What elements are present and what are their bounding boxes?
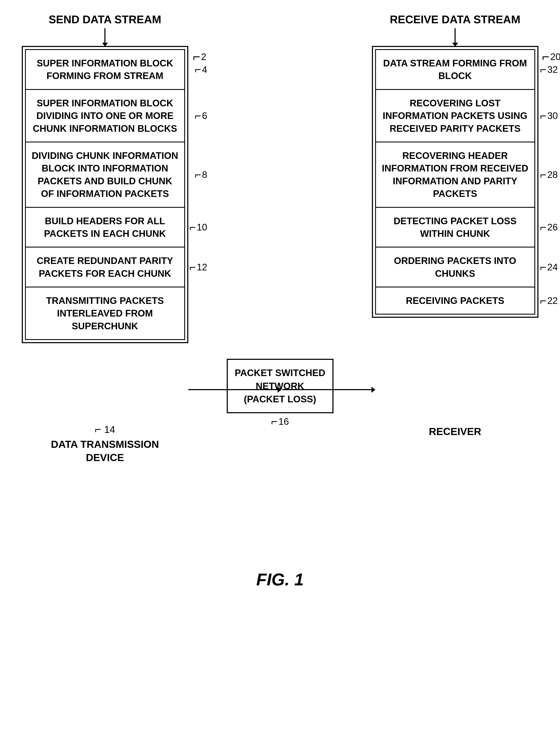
block-12-text: CREATE REDUNDANT PARITY PACKETS FOR EACH… [37,255,173,278]
block-28-text: RECOVERING HEADER INFORMATION FROM RECEI… [382,150,528,199]
send-bottom-area: ⌐ 14 DATA TRANSMISSIONDEVICE [22,423,188,464]
arrow-left-to-network [188,389,278,390]
block-26-label: ⌐ 26 [540,220,558,235]
block-8-num: 8 [202,168,207,181]
block-30-bracket: ⌐ [540,108,546,123]
block-24-label: ⌐ 24 [540,260,558,275]
block-12-label: ⌐ 12 [189,260,207,275]
block-8-bracket: ⌐ [195,167,201,182]
receive-outer-box: ⌐ 20 DATA STREAM FORMING FROM BLOCK ⌐ 32… [372,46,538,318]
block-12-bracket: ⌐ [189,260,196,275]
send-bracket: ⌐ [193,50,200,63]
receive-bottom-area: RECEIVER [372,423,538,438]
send-title-text: SEND DATA STREAM [22,13,188,26]
block-10-text: BUILD HEADERS FOR ALL PACKETS IN EACH CH… [44,216,166,239]
block-4: SUPER INFORMATION BLOCK FORMING FROM STR… [25,49,185,90]
receive-box-label: ⌐ 20 [542,50,560,63]
block-30-label: ⌐ 30 [540,108,558,123]
block-6-bracket: ⌐ [195,108,201,123]
block-22-label: ⌐ 22 [540,293,558,308]
block-4-bracket: ⌐ [195,62,201,77]
block-22: RECEIVING PACKETS ⌐ 22 [375,287,535,315]
receive-title: RECEIVE DATA STREAM [372,13,538,43]
block-8-text: DIVIDING CHUNK INFORMATION BLOCK INTO IN… [32,150,178,199]
block-10-label: ⌐ 10 [189,220,207,235]
receive-arrow [455,28,456,43]
block-24-num: 24 [547,261,558,273]
block-28: RECOVERING HEADER INFORMATION FROM RECEI… [375,142,535,208]
block-30-num: 30 [547,109,558,122]
page: SEND DATA STREAM ⌐ 2 SUPER INFORMATION B… [0,0,560,734]
send-title: SEND DATA STREAM [22,13,188,43]
block-24: ORDERING PACKETS INTO CHUNKS ⌐ 24 [375,248,535,287]
block-10: BUILD HEADERS FOR ALL PACKETS IN EACH CH… [25,208,185,248]
diagram-container: SEND DATA STREAM ⌐ 2 SUPER INFORMATION B… [18,13,543,589]
network-text: PACKET SWITCHED NETWORK (PACKET LOSS) [235,368,325,404]
block-8-label: ⌐ 8 [195,167,207,182]
block-26-bracket: ⌐ [540,220,546,235]
block-6: SUPER INFORMATION BLOCK DIVIDING INTO ON… [25,90,185,142]
arrow-left-network-head [278,387,281,393]
receive-bracket: ⌐ [542,50,550,63]
block-32-bracket: ⌐ [540,62,546,77]
block-28-label: ⌐ 28 [540,167,558,182]
network-label: ⌐ 16 [271,414,289,429]
receive-bottom-label: RECEIVER [372,425,538,438]
send-box-label: ⌐ 2 [193,50,206,63]
block-4-num: 4 [202,63,207,76]
send-bottom-num: 14 [104,424,115,435]
send-bottom-bracket: ⌐ [95,423,101,436]
block-8: DIVIDING CHUNK INFORMATION BLOCK INTO IN… [25,142,185,208]
block-28-num: 28 [547,168,558,181]
block-6-num: 6 [202,109,207,122]
block-24-text: ORDERING PACKETS INTO CHUNKS [394,255,516,278]
block-6-text: SUPER INFORMATION BLOCK DIVIDING INTO ON… [33,98,177,134]
block-12-num: 12 [197,261,207,273]
send-bottom-ref: ⌐ 14 [22,423,188,436]
send-bottom-label: DATA TRANSMISSIONDEVICE [22,438,188,464]
block-28-bracket: ⌐ [540,167,546,182]
block-4-text: SUPER INFORMATION BLOCK FORMING FROM STR… [37,58,173,81]
receive-title-text: RECEIVE DATA STREAM [372,13,538,26]
network-num: 16 [278,415,289,428]
block-14-text: TRANSMITTING PACKETS INTERLEAVED FROM SU… [46,295,164,331]
block-26-text: DETECTING PACKET LOSS WITHIN CHUNK [393,216,516,239]
receive-box-number: 20 [550,51,560,62]
network-box: PACKET SWITCHED NETWORK (PACKET LOSS) ⌐ … [227,359,333,413]
arrow-network-to-right [282,389,372,390]
block-22-bracket: ⌐ [540,293,546,308]
block-22-num: 22 [547,294,558,307]
block-30: RECOVERING LOST INFORMATION PACKETS USIN… [375,90,535,142]
send-box-number: 2 [201,51,206,62]
block-32-text: DATA STREAM FORMING FROM BLOCK [383,58,527,81]
block-26-num: 26 [547,221,558,233]
send-arrow [104,28,105,43]
arrow-network-right-head [371,387,375,393]
network-bracket: ⌐ [271,414,278,429]
block-24-bracket: ⌐ [540,260,546,275]
block-10-bracket: ⌐ [189,220,196,235]
block-26: DETECTING PACKET LOSS WITHIN CHUNK ⌐ 26 [375,208,535,248]
block-12: CREATE REDUNDANT PARITY PACKETS FOR EACH… [25,248,185,287]
block-6-label: ⌐ 6 [195,108,207,123]
block-10-num: 10 [197,221,207,233]
block-32: DATA STREAM FORMING FROM BLOCK ⌐ 32 [375,49,535,90]
block-22-text: RECEIVING PACKETS [406,295,504,306]
send-outer-box: ⌐ 2 SUPER INFORMATION BLOCK FORMING FROM… [22,46,188,343]
block-4-label: ⌐ 4 [195,62,207,77]
figure-label: FIG. 1 [256,570,304,589]
block-14: TRANSMITTING PACKETS INTERLEAVED FROM SU… [25,287,185,340]
block-32-num: 32 [547,63,558,76]
block-30-text: RECOVERING LOST INFORMATION PACKETS USIN… [383,98,528,134]
block-32-label: ⌐ 32 [540,62,558,77]
